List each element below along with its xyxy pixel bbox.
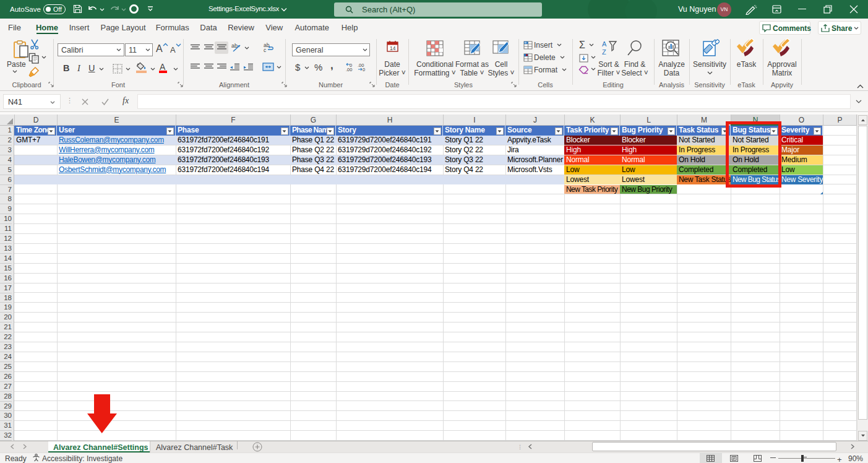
svg-text:14: 14	[390, 45, 396, 51]
svg-text:A: A	[602, 40, 607, 48]
svg-text:.00: .00	[346, 67, 352, 72]
svg-text:0: 0	[363, 67, 365, 72]
svg-text:Z: Z	[602, 48, 606, 56]
